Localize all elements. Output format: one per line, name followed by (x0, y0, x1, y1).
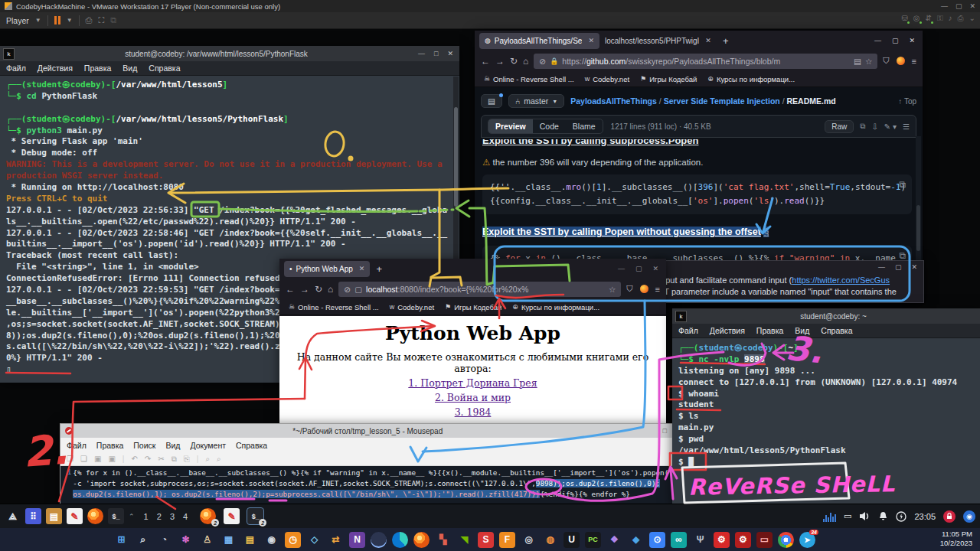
app-slack[interactable]: ✻ (178, 532, 194, 548)
search-icon[interactable]: ⌕ (205, 455, 210, 464)
kali-menu-icon[interactable]: ⟁ (5, 508, 21, 524)
app-camera[interactable]: ◎ (521, 532, 537, 548)
open-icon[interactable]: ❏ (80, 455, 87, 463)
bookmark-courses[interactable]: ⊕Курсы по информаци... (512, 303, 599, 311)
cut-icon[interactable]: ✂ (158, 455, 164, 463)
copy-icon[interactable]: ⧉ (899, 179, 906, 190)
task-mousepad[interactable]: ✎ (224, 508, 240, 524)
bookmark-codeby[interactable]: wCodeby.net (390, 303, 434, 311)
tab-code[interactable]: Code (533, 119, 566, 133)
replace-icon[interactable]: ⌕ (217, 455, 221, 464)
firefox[interactable] (413, 532, 430, 548)
menu-item[interactable]: Правка (84, 64, 111, 73)
menu-item[interactable]: Вид (165, 441, 180, 450)
bookmark-reverse-shell[interactable]: ☠Online - Reverse Shell ... (484, 75, 574, 83)
pocket-icon[interactable]: ⛉ (883, 56, 889, 66)
menu-item[interactable]: Поиск (133, 441, 155, 450)
lock-tray-icon[interactable] (943, 510, 956, 523)
reload-button[interactable]: ↻ (510, 56, 518, 67)
download-icon[interactable]: ⇩ (871, 122, 877, 131)
close-icon[interactable]: ✕ (652, 265, 658, 272)
bookmark-reverse-shell[interactable]: ☠Online - Reverse Shell ... (289, 303, 379, 311)
menu-item[interactable]: Правка (756, 326, 783, 335)
mousepad-titlebar[interactable]: *~/Рабочий стол/tmp_lesson_5 - Mousepad … (60, 424, 673, 438)
back-to-top-link[interactable]: ↑ Top (898, 97, 916, 106)
send-ctrl-alt-del-button[interactable]: ⎙ (86, 15, 93, 25)
sound-device-icon[interactable]: ♪ (949, 14, 952, 23)
player-menu[interactable]: Player (6, 16, 29, 25)
minimize-icon[interactable]: — (878, 263, 885, 271)
maximize-icon[interactable]: ▢ (895, 263, 902, 271)
app-paint[interactable]: ▚ (435, 532, 451, 548)
file-manager-icon[interactable]: ▤ (46, 508, 62, 524)
menu-item[interactable]: Справка (821, 326, 852, 335)
unity-button[interactable]: ⧉ (110, 15, 116, 25)
chrome[interactable] (371, 532, 387, 548)
app-onenote[interactable]: N (349, 532, 365, 548)
chrome-profile[interactable] (778, 532, 794, 548)
menu-item[interactable]: Правка (96, 441, 123, 450)
minimize-icon[interactable]: — (418, 50, 425, 57)
speaker-icon[interactable] (859, 511, 871, 521)
app-obs[interactable]: ◉ (263, 532, 279, 548)
bookmark-codeby[interactable]: wCodeby.net (585, 75, 629, 83)
task-firefox[interactable]: 2 (200, 508, 216, 524)
app-pycharm[interactable]: PC (585, 532, 601, 548)
reload-button[interactable]: ↻ (315, 284, 322, 295)
menu-item[interactable]: Файл (678, 326, 698, 335)
app-nvidia[interactable]: ◥ (456, 532, 472, 548)
app-calendar[interactable]: ▦ (220, 532, 237, 548)
menu-item[interactable]: Файл (67, 441, 87, 450)
vmware-window-controls[interactable]: —▢✕ (941, 2, 975, 10)
network-device-icon[interactable]: ⇵ (926, 14, 932, 23)
app-gpu[interactable]: ▭ (756, 532, 773, 548)
app-tabby[interactable]: ◇ (306, 532, 322, 548)
forward-button[interactable]: → (495, 56, 505, 67)
menu-item[interactable]: Вид (122, 64, 137, 73)
terminal-icon[interactable]: $_ (108, 508, 124, 524)
app-maps[interactable]: ⊙ (649, 532, 665, 548)
terminal-output[interactable]: ┌──(student㉿codeby)-[~]└─$ nc -nvlp 9898… (672, 338, 980, 509)
save-icon[interactable]: ▣ (94, 455, 101, 463)
copy-icon[interactable]: ⧉ (172, 455, 177, 464)
firefox-account-icon[interactable] (640, 285, 648, 293)
url-bar[interactable]: ⊘ ▢ localhost:8080/index?book={%%20for%2… (338, 282, 621, 297)
disk-device-icon[interactable]: ⛁ (901, 14, 907, 23)
terminal-titlebar[interactable]: k student@codeby: /var/www/html/lesson5/… (0, 46, 459, 61)
book-link-3[interactable]: 3. 1984 (279, 406, 666, 418)
tab-python-web-app[interactable]: • Python Web App✕ (284, 261, 370, 277)
collapse-devices-icon[interactable]: ⌄ (969, 14, 975, 23)
app-vscode[interactable]: ◆ (628, 532, 644, 548)
undo-icon[interactable]: ↶ (131, 455, 137, 463)
tab-preview[interactable]: Preview (488, 119, 533, 133)
app-unreal[interactable]: U (564, 532, 580, 548)
bell-icon[interactable] (878, 511, 888, 521)
task-terminal[interactable]: $_2 (247, 508, 263, 524)
printer-device-icon[interactable]: ⎙ (958, 14, 964, 23)
home-button[interactable]: ⌂ (328, 284, 333, 295)
bookmark-courses[interactable]: ⊕Курсы по информаци... (707, 75, 795, 83)
app-blender[interactable]: ◍ (542, 532, 558, 548)
edge[interactable] (392, 532, 408, 548)
tab-blame[interactable]: Blame (566, 119, 603, 133)
firefox-icon[interactable] (87, 508, 103, 524)
back-button[interactable]: ← (481, 56, 490, 67)
paste-icon[interactable]: ⎘ (184, 455, 190, 464)
pause-button[interactable] (54, 16, 60, 24)
maximize-icon[interactable]: ▢ (892, 37, 899, 44)
menu-item[interactable]: Документ (190, 441, 226, 450)
breadcrumb[interactable]: PayloadsAllTheThings / Server Side Templ… (570, 96, 835, 106)
cd-device-icon[interactable]: ◎ (913, 14, 920, 23)
app-arduino[interactable]: ∞ (671, 532, 687, 548)
app-gear-red2[interactable]: ⚙ (735, 532, 751, 548)
menu-item[interactable]: Справка (236, 441, 267, 450)
book-link-2[interactable]: 2. Война и мир (279, 392, 666, 403)
host-clock[interactable]: 11:05 PM10/2/2023 (940, 530, 972, 548)
copy-icon[interactable]: ⧉ (899, 250, 906, 261)
workspace-switcher[interactable]: 1 2 3 4 (144, 512, 191, 521)
back-button[interactable]: ← (286, 284, 295, 295)
forward-button[interactable]: → (300, 284, 309, 295)
usb-device-icon[interactable]: ⚿ (937, 14, 943, 23)
app-sharex[interactable]: S (478, 532, 494, 548)
close-icon[interactable]: ✕ (447, 50, 453, 57)
